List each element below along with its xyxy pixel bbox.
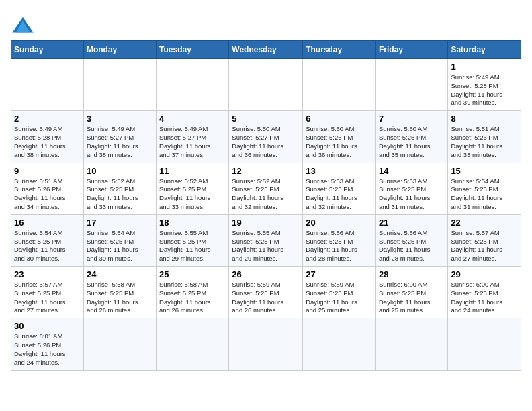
week-row-5: 23Sunrise: 5:57 AM Sunset: 5:25 PM Dayli… [11, 267, 521, 318]
logo [11, 16, 39, 35]
calendar-cell: 16Sunrise: 5:54 AM Sunset: 5:25 PM Dayli… [11, 214, 84, 266]
weekday-header-wednesday: Wednesday [229, 41, 303, 59]
day-number: 15 [451, 166, 518, 176]
weekday-header-saturday: Saturday [448, 41, 521, 59]
calendar-cell: 7Sunrise: 5:50 AM Sunset: 5:26 PM Daylig… [375, 111, 447, 163]
calendar-cell: 30Sunrise: 6:01 AM Sunset: 5:26 PM Dayli… [11, 318, 84, 370]
weekday-header-sunday: Sunday [11, 41, 84, 59]
day-number: 7 [379, 113, 445, 124]
day-number: 11 [159, 166, 226, 176]
day-info: Sunrise: 5:54 AM Sunset: 5:25 PM Dayligh… [14, 229, 81, 263]
day-info: Sunrise: 5:58 AM Sunset: 5:25 PM Dayligh… [159, 281, 226, 315]
calendar-cell: 17Sunrise: 5:54 AM Sunset: 5:25 PM Dayli… [83, 214, 156, 266]
day-number: 28 [379, 269, 445, 279]
day-info: Sunrise: 5:57 AM Sunset: 5:25 PM Dayligh… [14, 281, 81, 315]
weekday-header-tuesday: Tuesday [157, 41, 229, 59]
week-row-6: 30Sunrise: 6:01 AM Sunset: 5:26 PM Dayli… [11, 318, 521, 370]
day-info: Sunrise: 5:54 AM Sunset: 5:25 PM Dayligh… [87, 229, 153, 263]
calendar-cell [448, 318, 521, 370]
day-info: Sunrise: 5:49 AM Sunset: 5:28 PM Dayligh… [14, 125, 81, 159]
day-number: 14 [379, 166, 445, 176]
day-number: 2 [14, 113, 81, 124]
day-number: 13 [306, 166, 373, 176]
calendar-cell [303, 59, 376, 111]
calendar-cell: 10Sunrise: 5:52 AM Sunset: 5:25 PM Dayli… [83, 163, 156, 214]
day-info: Sunrise: 5:57 AM Sunset: 5:25 PM Dayligh… [451, 229, 518, 263]
calendar-cell: 19Sunrise: 5:55 AM Sunset: 5:25 PM Dayli… [229, 214, 303, 266]
calendar-cell: 24Sunrise: 5:58 AM Sunset: 5:25 PM Dayli… [83, 267, 156, 318]
day-info: Sunrise: 5:52 AM Sunset: 5:25 PM Dayligh… [87, 177, 153, 212]
day-number: 6 [306, 113, 373, 124]
calendar-cell [83, 318, 156, 370]
page-header [11, 11, 521, 35]
day-info: Sunrise: 5:49 AM Sunset: 5:28 PM Dayligh… [451, 73, 518, 107]
calendar-cell: 8Sunrise: 5:51 AM Sunset: 5:26 PM Daylig… [448, 111, 521, 163]
calendar-cell: 22Sunrise: 5:57 AM Sunset: 5:25 PM Dayli… [448, 214, 521, 266]
day-info: Sunrise: 6:01 AM Sunset: 5:26 PM Dayligh… [14, 332, 81, 367]
calendar-cell: 12Sunrise: 5:52 AM Sunset: 5:25 PM Dayli… [229, 163, 303, 214]
day-info: Sunrise: 6:00 AM Sunset: 5:25 PM Dayligh… [379, 281, 445, 315]
calendar-cell: 5Sunrise: 5:50 AM Sunset: 5:27 PM Daylig… [229, 111, 303, 163]
day-number: 21 [379, 218, 445, 228]
day-info: Sunrise: 5:50 AM Sunset: 5:27 PM Dayligh… [232, 125, 300, 159]
calendar-cell: 26Sunrise: 5:59 AM Sunset: 5:25 PM Dayli… [229, 267, 303, 318]
calendar-cell: 13Sunrise: 5:53 AM Sunset: 5:25 PM Dayli… [303, 163, 376, 214]
day-info: Sunrise: 5:56 AM Sunset: 5:25 PM Dayligh… [379, 229, 445, 263]
day-info: Sunrise: 5:55 AM Sunset: 5:25 PM Dayligh… [159, 229, 226, 263]
calendar-cell [375, 318, 447, 370]
calendar-cell: 11Sunrise: 5:52 AM Sunset: 5:25 PM Dayli… [157, 163, 229, 214]
day-info: Sunrise: 5:51 AM Sunset: 5:26 PM Dayligh… [14, 177, 81, 212]
day-number: 8 [451, 113, 518, 124]
calendar-cell: 21Sunrise: 5:56 AM Sunset: 5:25 PM Dayli… [375, 214, 447, 266]
calendar-cell [375, 59, 447, 111]
day-number: 25 [159, 269, 226, 279]
calendar-cell: 3Sunrise: 5:49 AM Sunset: 5:27 PM Daylig… [83, 111, 156, 163]
calendar-cell [303, 318, 376, 370]
week-row-3: 9Sunrise: 5:51 AM Sunset: 5:26 PM Daylig… [11, 163, 521, 214]
weekday-header-monday: Monday [83, 41, 156, 59]
day-number: 20 [306, 218, 373, 228]
calendar-table: SundayMondayTuesdayWednesdayThursdayFrid… [11, 40, 521, 371]
day-info: Sunrise: 5:52 AM Sunset: 5:25 PM Dayligh… [159, 177, 226, 212]
day-number: 30 [14, 321, 81, 331]
day-info: Sunrise: 5:55 AM Sunset: 5:25 PM Dayligh… [232, 229, 300, 263]
weekday-header-friday: Friday [375, 41, 447, 59]
logo-icon [11, 16, 35, 35]
calendar-cell [229, 59, 303, 111]
day-info: Sunrise: 5:54 AM Sunset: 5:25 PM Dayligh… [451, 177, 518, 212]
calendar-cell [83, 59, 156, 111]
calendar-cell: 28Sunrise: 6:00 AM Sunset: 5:25 PM Dayli… [375, 267, 447, 318]
calendar-cell: 20Sunrise: 5:56 AM Sunset: 5:25 PM Dayli… [303, 214, 376, 266]
calendar-cell: 29Sunrise: 6:00 AM Sunset: 5:25 PM Dayli… [448, 267, 521, 318]
calendar-cell: 15Sunrise: 5:54 AM Sunset: 5:25 PM Dayli… [448, 163, 521, 214]
day-info: Sunrise: 5:51 AM Sunset: 5:26 PM Dayligh… [451, 125, 518, 159]
day-number: 17 [87, 218, 153, 228]
day-info: Sunrise: 5:53 AM Sunset: 5:25 PM Dayligh… [379, 177, 445, 212]
day-info: Sunrise: 5:59 AM Sunset: 5:25 PM Dayligh… [232, 281, 300, 315]
calendar-cell [11, 59, 84, 111]
day-number: 22 [451, 218, 518, 228]
day-info: Sunrise: 5:53 AM Sunset: 5:25 PM Dayligh… [306, 177, 373, 212]
day-number: 18 [159, 218, 226, 228]
day-number: 1 [451, 62, 518, 72]
day-info: Sunrise: 5:49 AM Sunset: 5:27 PM Dayligh… [159, 125, 226, 159]
day-number: 26 [232, 269, 300, 279]
calendar-cell: 6Sunrise: 5:50 AM Sunset: 5:26 PM Daylig… [303, 111, 376, 163]
calendar-cell: 2Sunrise: 5:49 AM Sunset: 5:28 PM Daylig… [11, 111, 84, 163]
day-info: Sunrise: 5:50 AM Sunset: 5:26 PM Dayligh… [306, 125, 373, 159]
calendar-cell: 1Sunrise: 5:49 AM Sunset: 5:28 PM Daylig… [448, 59, 521, 111]
day-number: 3 [87, 113, 153, 124]
calendar-cell: 23Sunrise: 5:57 AM Sunset: 5:25 PM Dayli… [11, 267, 84, 318]
day-number: 27 [306, 269, 373, 279]
calendar-cell: 27Sunrise: 5:59 AM Sunset: 5:25 PM Dayli… [303, 267, 376, 318]
day-number: 19 [232, 218, 300, 228]
day-number: 16 [14, 218, 81, 228]
day-number: 24 [87, 269, 153, 279]
calendar-cell: 9Sunrise: 5:51 AM Sunset: 5:26 PM Daylig… [11, 163, 84, 214]
day-number: 29 [451, 269, 518, 279]
day-number: 4 [159, 113, 226, 124]
day-info: Sunrise: 5:59 AM Sunset: 5:25 PM Dayligh… [306, 281, 373, 315]
day-info: Sunrise: 5:50 AM Sunset: 5:26 PM Dayligh… [379, 125, 445, 159]
day-number: 5 [232, 113, 300, 124]
week-row-2: 2Sunrise: 5:49 AM Sunset: 5:28 PM Daylig… [11, 111, 521, 163]
